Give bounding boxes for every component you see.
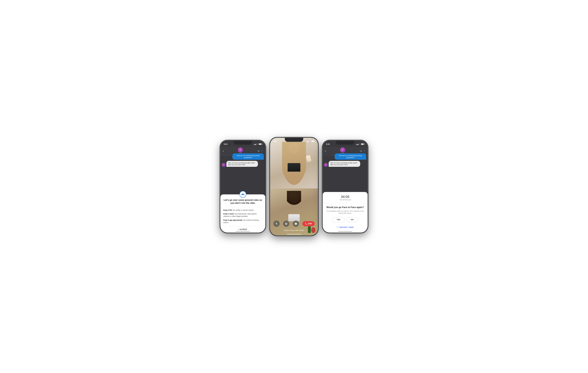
svg-rect-0 — [242, 194, 243, 195]
feedback-question-section: Would you go Face to Face again? Your fe… — [323, 203, 368, 232]
recv-avatar-1 — [222, 163, 226, 167]
bubble-sent-3: How are you staying busy during quaranti… — [335, 154, 366, 160]
signal-bar — [358, 144, 358, 145]
no-button[interactable]: NO — [346, 217, 358, 222]
divider-1 — [223, 207, 262, 207]
chat-message-received-3: Well, as it turns out picking up after m… — [324, 161, 366, 167]
signal-bar — [307, 142, 307, 142]
end-call-label: END — [308, 222, 312, 225]
wifi-icon-3: ∿ — [359, 143, 360, 145]
rule-clean: Keep it clean: No harassment, hate speec… — [223, 213, 262, 218]
call-duration: 34:05 — [326, 195, 365, 199]
yes-button[interactable]: YES — [332, 217, 345, 222]
recv-avatar-3 — [324, 163, 328, 167]
signal-bar — [306, 142, 306, 142]
signal-bar — [307, 141, 308, 142]
time-1: 9:41 — [224, 143, 228, 145]
mute-button[interactable] — [273, 220, 280, 227]
wifi-icon-2: ∿ — [309, 140, 311, 142]
ground-rules-modal: Let's go over some ground rules so you d… — [220, 194, 265, 232]
status-icons-3: ∿ — [356, 143, 364, 145]
wifi-icon-1: ∿ — [257, 143, 258, 145]
signal-1 — [253, 143, 256, 145]
time-3: 9:41 — [326, 143, 330, 145]
home-indicator-1 — [236, 231, 250, 232]
video-call-icon-1[interactable]: 📹 — [257, 150, 260, 152]
female-shirt — [288, 163, 300, 172]
battery-fill-2 — [312, 141, 314, 142]
phone-2: 9:41 ∿ — [270, 138, 318, 236]
video-call-label: Face to Face with Jordin — [270, 229, 318, 231]
feedback-subtext: Your feedback helps us improve. Your res… — [326, 210, 365, 214]
video-top — [270, 138, 318, 188]
battery-icon-2 — [311, 141, 315, 142]
video-controls: END — [270, 220, 318, 227]
report-shield-icon: 🛡 — [336, 226, 339, 229]
signal-bar — [356, 145, 356, 145]
avatar-1: J — [238, 147, 243, 153]
signal-bar — [357, 144, 357, 145]
svg-marker-1 — [243, 194, 244, 195]
rule-clean-label: Keep it clean: — [223, 213, 234, 215]
chat-message-sent-3: How are you staying busy during quaranti… — [324, 154, 366, 160]
feedback-question: Would you go Face to Face again? — [326, 206, 365, 208]
end-call-button[interactable]: END — [302, 221, 315, 226]
home-indicator-2 — [287, 234, 301, 234]
rule-pg-label: Keep it PG: — [223, 209, 232, 211]
camera-off-button[interactable] — [283, 220, 289, 227]
chat-message-sent-1: How are you staying busy during quaranti… — [222, 154, 264, 160]
report-user-button[interactable]: 🛡 REPORT USER — [326, 225, 365, 230]
signal-bar — [357, 144, 358, 145]
signal-2 — [306, 141, 309, 142]
feedback-buttons: YES NO — [326, 217, 365, 222]
call-ended-text: You left the call — [326, 199, 365, 201]
flip-camera-button[interactable] — [293, 220, 299, 227]
signal-bar — [308, 141, 309, 142]
shield-icon-3[interactable]: 🛡 — [363, 150, 365, 152]
rule-pg: Keep it PG: No nudity or sexual content — [223, 209, 262, 211]
modal-video-icon — [240, 191, 246, 198]
signal-bar — [256, 144, 256, 145]
notch-1 — [234, 141, 252, 145]
shield-icon-1[interactable]: 🛡 — [261, 150, 263, 152]
chat-message-received-1: Well, as it turns out picking up after m… — [222, 161, 264, 167]
signal-bar — [255, 144, 255, 145]
video-bottom — [270, 188, 318, 235]
phone-1: 9:41 ∿ ‹ J — [220, 140, 266, 233]
home-indicator-3 — [338, 231, 352, 232]
rule-pg-text: No nudity or sexual content — [232, 209, 254, 211]
report-user-label: REPORT USER — [339, 226, 354, 228]
video-call-icon-3[interactable]: 📹 — [359, 150, 362, 152]
bubble-received-1: Well, as it turns out picking up after m… — [226, 161, 258, 167]
ground-rules-title: Let's go over some ground rules so you d… — [223, 199, 262, 205]
rule-age: Keep it age-appropriate: No content invo… — [223, 219, 262, 224]
battery-fill-1 — [259, 144, 261, 145]
nav-actions-3: 📹 🛡 — [359, 150, 365, 152]
waving-hand — [306, 155, 312, 162]
signal-bar — [253, 145, 254, 145]
phones-container: 9:41 ∿ ‹ J — [220, 138, 368, 236]
battery-fill-3 — [361, 144, 363, 145]
time-2: 9:41 — [273, 140, 277, 142]
rule-age-label: Keep it age-appropriate: — [223, 219, 243, 221]
ground-rules-content: Let's go over some ground rules so you d… — [220, 194, 265, 224]
bubble-received-3: Well, as it turns out picking up after m… — [329, 161, 360, 167]
signal-bar — [254, 144, 255, 145]
battery-icon-1 — [259, 143, 262, 145]
bubble-sent-1: How are you staying busy during quaranti… — [232, 154, 264, 160]
avatar-3: J — [340, 147, 345, 153]
signal-3 — [356, 143, 358, 145]
battery-icon-3 — [361, 143, 364, 145]
nav-actions-1: 📹 🛡 — [257, 150, 263, 152]
status-icons-1: ∿ — [253, 143, 262, 145]
notch-2 — [285, 138, 303, 142]
feedback-timer-section: 34:05 You left the call — [323, 192, 368, 203]
feedback-modal: 34:05 You left the call Would you go Fac… — [323, 192, 368, 232]
male-shirt — [288, 214, 300, 221]
male-hair — [287, 191, 301, 205]
notch-3 — [336, 141, 354, 145]
status-icons-2: ∿ — [306, 140, 315, 142]
phone-3: 9:41 ∿ ‹ J — [322, 140, 368, 233]
